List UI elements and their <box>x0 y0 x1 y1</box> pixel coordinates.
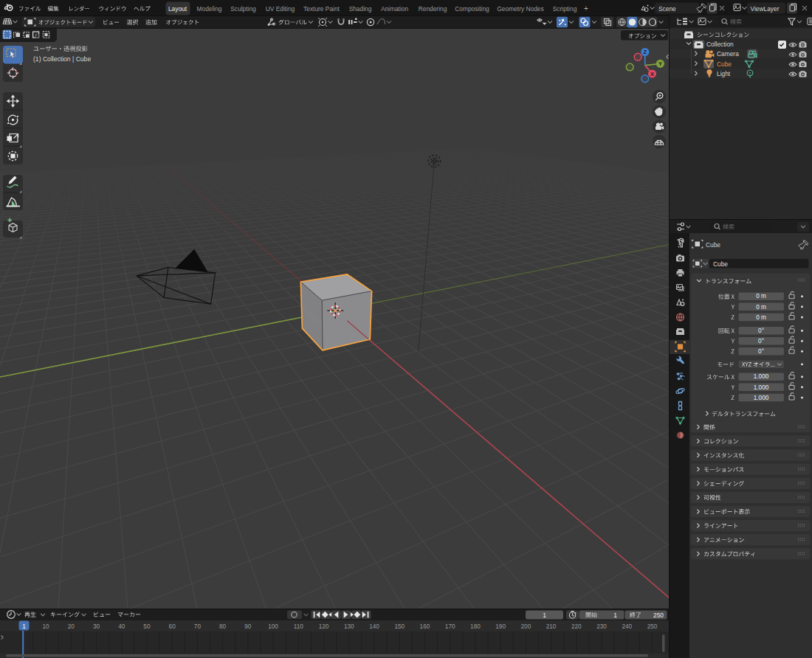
svg-text:Cube: Cube <box>713 260 728 268</box>
svg-text:110: 110 <box>294 623 303 630</box>
svg-text:190: 190 <box>495 623 506 630</box>
svg-text:Compositing: Compositing <box>455 5 489 13</box>
svg-text:Scene: Scene <box>658 5 676 13</box>
svg-text:Y: Y <box>658 60 662 67</box>
svg-text:Shading: Shading <box>349 5 372 13</box>
svg-text:150: 150 <box>394 623 405 630</box>
svg-text:230: 230 <box>596 623 607 630</box>
svg-text:Scripting: Scripting <box>553 5 577 13</box>
svg-text:Camera: Camera <box>717 50 739 58</box>
svg-text:0 m: 0 m <box>756 293 766 299</box>
svg-text:0 m: 0 m <box>756 304 766 311</box>
svg-text:Collection: Collection <box>706 41 734 48</box>
svg-text:0°: 0° <box>758 348 764 355</box>
svg-text:UV Editing: UV Editing <box>266 5 295 13</box>
svg-text:Modeling: Modeling <box>197 5 222 13</box>
svg-text:Z: Z <box>644 49 647 55</box>
svg-text:Rendering: Rendering <box>419 5 447 13</box>
svg-text:(1) Collection | Cube: (1) Collection | Cube <box>33 55 91 63</box>
svg-text:180: 180 <box>470 623 481 630</box>
svg-text:X: X <box>650 71 654 77</box>
svg-text:20: 20 <box>68 623 75 630</box>
svg-text:Geometry Nodes: Geometry Nodes <box>497 5 543 13</box>
svg-text:30: 30 <box>93 623 100 630</box>
svg-text:Sculpting: Sculpting <box>230 5 256 13</box>
svg-text:130: 130 <box>344 623 354 630</box>
svg-text:0°: 0° <box>758 338 764 344</box>
svg-text:+: + <box>584 4 588 13</box>
svg-text:100: 100 <box>268 623 278 630</box>
svg-text:ViewLayer: ViewLayer <box>751 5 780 13</box>
svg-text:1.000: 1.000 <box>754 384 769 391</box>
svg-text:0 m: 0 m <box>756 314 766 321</box>
svg-text:120: 120 <box>319 623 329 630</box>
svg-text:220: 220 <box>571 623 582 630</box>
svg-text:210: 210 <box>546 623 557 630</box>
svg-text:250: 250 <box>647 623 658 630</box>
svg-text:Cube: Cube <box>706 241 720 249</box>
svg-text:1: 1 <box>613 612 617 619</box>
svg-text:160: 160 <box>420 623 430 630</box>
svg-text:250: 250 <box>653 612 664 619</box>
svg-text:Cube: Cube <box>717 60 732 68</box>
svg-text:90: 90 <box>244 623 252 630</box>
svg-text:Light: Light <box>717 70 731 77</box>
svg-text:60: 60 <box>169 623 176 630</box>
svg-text:140: 140 <box>369 623 379 630</box>
svg-text:80: 80 <box>219 623 227 630</box>
svg-text:1.000: 1.000 <box>754 373 769 380</box>
svg-text:0°: 0° <box>758 328 764 334</box>
svg-text:1: 1 <box>22 623 26 630</box>
svg-text:240: 240 <box>622 623 632 630</box>
svg-text:50: 50 <box>143 623 151 630</box>
svg-text:Animation: Animation <box>381 5 409 13</box>
svg-text:200: 200 <box>521 623 531 630</box>
svg-text:70: 70 <box>194 623 202 630</box>
svg-text:1: 1 <box>543 612 546 619</box>
svg-text:170: 170 <box>445 623 455 630</box>
svg-text:10: 10 <box>42 623 49 630</box>
svg-text:40: 40 <box>118 623 125 630</box>
svg-text:Layout: Layout <box>168 5 187 13</box>
svg-text:1.000: 1.000 <box>754 395 769 401</box>
svg-text:Texture Paint: Texture Paint <box>303 5 340 13</box>
